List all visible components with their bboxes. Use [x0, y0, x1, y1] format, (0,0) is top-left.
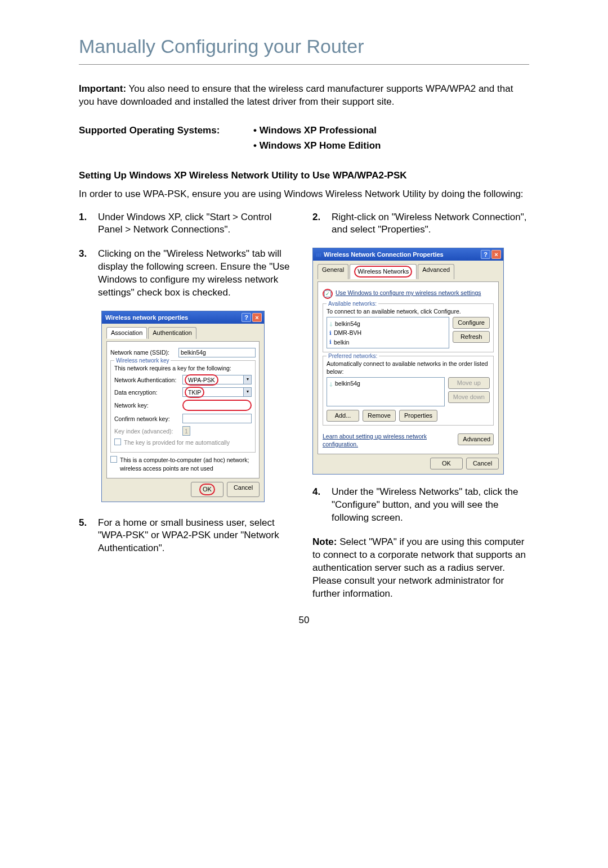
important-text: You also need to ensure that the wireles… [79, 83, 513, 107]
step-2-text: Right-click on "Wireless Network Connect… [332, 211, 529, 237]
section-subhead: Setting Up Windows XP Wireless Network U… [79, 169, 529, 182]
available-networks-legend: Available networks: [327, 300, 378, 308]
page-number: 50 [79, 614, 529, 627]
configure-button[interactable]: Configure [453, 317, 490, 329]
help-icon[interactable]: ? [481, 250, 490, 259]
preferred-networks-list[interactable]: belkin54g [327, 377, 445, 406]
important-paragraph: Important: You also need to ensure that … [79, 83, 529, 109]
page-title: Manually Configuring your Router [79, 34, 529, 65]
auto-key-label: The key is provided for me automatically [124, 439, 230, 446]
dialog-wireless-properties: Wireless network properties ? × Associat… [101, 311, 265, 502]
step-number-4: 4. [312, 486, 332, 499]
tab-association[interactable]: Association [106, 327, 147, 339]
note-text: Select "WPA" if you are using this compu… [312, 536, 526, 599]
section-intro: In order to use WPA-PSK, ensure you are … [79, 188, 529, 201]
encryption-value-highlight: TKIP [185, 387, 204, 398]
tab-highlight: Wireless Networks [354, 266, 412, 278]
preferred-networks-hint: Automatically connect to available netwo… [327, 360, 490, 375]
note-label: Note: [312, 536, 337, 547]
network-key-input[interactable] [182, 400, 252, 411]
refresh-button[interactable]: Refresh [453, 331, 490, 343]
tab-advanced[interactable]: Advanced [418, 264, 454, 279]
available-networks-list[interactable]: belkin54g DMR-BVH belkin [327, 317, 449, 348]
close-icon[interactable]: × [491, 250, 501, 259]
use-windows-checkbox[interactable]: ✓ [324, 290, 331, 297]
wifi-icon [329, 379, 333, 388]
adhoc-label: This is a computer-to-computer (ad hoc) … [120, 456, 256, 472]
cancel-button[interactable]: Cancel [466, 458, 499, 469]
note-paragraph: Note: Select "WPA" if you are using this… [312, 536, 529, 601]
step-number-2: 2. [312, 211, 332, 224]
info-icon [329, 338, 332, 346]
close-icon[interactable]: × [252, 313, 262, 322]
ok-button[interactable]: OK [430, 458, 463, 469]
key-index-stepper: 1 [182, 426, 190, 436]
dialog2-title: Wireless Network Connection Properties [324, 251, 444, 258]
wireless-icon [316, 253, 322, 257]
step-number-3: 3. [79, 248, 98, 261]
auth-value-highlight: WPA-PSK [185, 374, 218, 386]
available-networks-hint: To connect to an available network, clic… [327, 307, 490, 315]
auth-dropdown[interactable]: WPA-PSK ▾ [182, 375, 252, 384]
learn-link[interactable]: Learn about setting up wireless network … [323, 433, 427, 448]
ssid-input[interactable]: belkin54g [178, 348, 256, 357]
confirm-key-label: Confirm network key: [114, 415, 179, 423]
properties-button[interactable]: Properties [399, 410, 437, 422]
advanced-button[interactable]: Advanced [458, 433, 494, 445]
important-label: Important: [79, 83, 126, 94]
preferred-networks-legend: Preferred networks: [327, 352, 379, 360]
chevron-down-icon[interactable]: ▾ [243, 388, 251, 396]
help-icon[interactable]: ? [242, 313, 251, 322]
add-button[interactable]: Add... [327, 410, 359, 422]
step-number-5: 5. [79, 517, 98, 530]
wireless-key-legend: Wireless network key [114, 357, 171, 365]
list-item: belkin54g [328, 379, 443, 388]
movedown-button: Move down [448, 391, 490, 403]
moveup-button: Move up [448, 377, 490, 389]
confirm-key-input[interactable] [182, 414, 252, 423]
step-3-text: Clicking on the "Wireless Networks" tab … [98, 248, 296, 299]
dialog1-title: Wireless network properties [105, 314, 188, 322]
step-4-text: Under the "Wireless Networks" tab, click… [332, 486, 529, 525]
tab-authentication[interactable]: Authentication [148, 327, 196, 339]
use-windows-label: Use Windows to configure my wireless net… [336, 289, 481, 297]
list-item: DMR-BVH [328, 328, 448, 338]
supported-os-label: Supported Operating Systems: [79, 124, 253, 155]
network-key-label: Network key: [114, 401, 179, 409]
auto-key-checkbox [114, 439, 121, 445]
step-1-text: Under Windows XP, click "Start > Control… [98, 211, 296, 237]
supported-os-item-2: • Windows XP Home Edition [253, 140, 381, 153]
remove-button[interactable]: Remove [363, 410, 396, 422]
info-icon [329, 329, 332, 337]
key-requirement-text: This network requires a key for the foll… [114, 364, 252, 372]
step-number-1: 1. [79, 211, 98, 224]
tab-general[interactable]: General [318, 264, 348, 279]
supported-os-item-1: • Windows XP Professional [253, 124, 381, 137]
list-item: belkin [328, 337, 448, 347]
key-index-label: Key index (advanced): [114, 427, 179, 435]
adhoc-checkbox[interactable] [110, 456, 117, 463]
ssid-label: Network name (SSID): [110, 348, 175, 356]
dialog-connection-properties: Wireless Network Connection Properties ?… [312, 248, 504, 475]
tab-wireless-networks[interactable]: Wireless Networks [350, 264, 417, 279]
encryption-label: Data encryption: [114, 388, 179, 396]
ok-button[interactable]: OK [191, 482, 223, 497]
chevron-down-icon[interactable]: ▾ [243, 375, 251, 384]
wifi-icon [329, 319, 333, 328]
step-5-text: For a home or small business user, selec… [98, 517, 296, 556]
ok-label: OK [199, 484, 215, 495]
list-item: belkin54g [328, 319, 448, 328]
encryption-dropdown[interactable]: TKIP ▾ [182, 387, 252, 397]
auth-label: Network Authentication: [114, 376, 179, 384]
cancel-button[interactable]: Cancel [227, 482, 260, 497]
